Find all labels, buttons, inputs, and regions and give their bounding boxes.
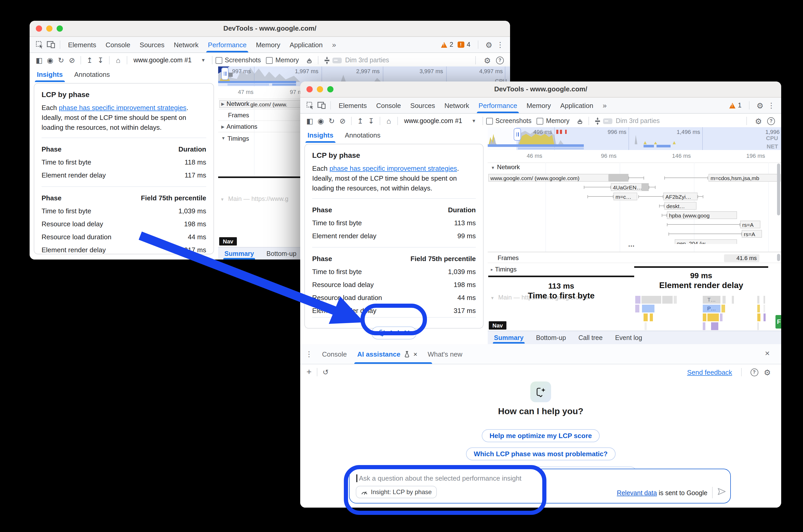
send-feedback-link[interactable]: Send feedback (687, 368, 732, 376)
tab-sources[interactable]: Sources (406, 98, 440, 113)
kebab-menu-icon[interactable]: ⋮ (496, 40, 504, 49)
help-icon[interactable]: ? (767, 117, 775, 125)
tab-bottom-up[interactable]: Bottom-up (267, 248, 296, 259)
ai-question-input[interactable]: Ask a question about the selected perfor… (349, 469, 731, 504)
tab-event-log[interactable]: Event log (615, 332, 642, 343)
dim-3rd-parties-toggle[interactable] (603, 118, 613, 124)
minimap-drag-handle[interactable] (221, 68, 229, 80)
suggestion-chip[interactable]: Help me optimize my LCP score (482, 429, 600, 442)
target-selector[interactable]: www.google.com #1▼ (401, 117, 479, 125)
relevant-data-link[interactable]: Relevant data (617, 490, 657, 497)
clear-icon[interactable]: ⊘ (67, 55, 77, 66)
network-request-bar[interactable]: hpba (www.goog (667, 211, 737, 219)
network-request-bar[interactable]: m=cdos,hsm,jsa,mb (709, 174, 781, 182)
device-toolbar-icon[interactable] (316, 100, 327, 111)
history-icon[interactable]: ↺ (323, 368, 329, 376)
help-icon[interactable]: ? (496, 56, 504, 64)
upload-profile-icon[interactable]: ↥ (84, 55, 95, 66)
zoom-window-button[interactable] (57, 25, 63, 32)
tab-drawer-console[interactable]: Console (317, 350, 352, 358)
download-profile-icon[interactable]: ↧ (95, 55, 106, 66)
tab-network[interactable]: Network (169, 37, 203, 52)
warning-icon[interactable] (441, 42, 447, 48)
network-request-bar[interactable]: AF2bZyi… (663, 193, 697, 200)
tab-insights[interactable]: Insights (308, 128, 333, 142)
frames-scrollbar[interactable] (777, 254, 780, 261)
tab-call-tree[interactable]: Call tree (578, 332, 603, 343)
improvement-strategies-link[interactable]: phase has specific improvement strategie… (330, 165, 457, 172)
tab-ai-assistance[interactable]: AI assistance × (352, 350, 422, 358)
network-request-bar[interactable]: rs=A (742, 230, 762, 238)
target-selector[interactable]: www.google.com #1▼ (130, 57, 209, 64)
tab-application[interactable]: Application (285, 37, 327, 52)
lcp-by-phase-card[interactable]: LCP by phase Each phase has specific imp… (34, 83, 214, 254)
screenshots-checkbox[interactable] (486, 117, 493, 124)
home-icon[interactable]: ⌂ (113, 55, 124, 66)
performance-timeline[interactable]: 496 ms 996 ms 1,496 ms 1,996 CPU NET 46 … (488, 127, 781, 344)
lcp-by-phase-card[interactable]: LCP by phase Each phase has specific imp… (304, 144, 483, 328)
flame-parse-label[interactable]: P… (703, 305, 720, 312)
tab-annotations[interactable]: Annotations (345, 128, 381, 142)
inspect-icon[interactable] (34, 39, 45, 50)
insight-context-chip[interactable]: Insight: LCP by phase (356, 486, 437, 498)
reload-record-icon[interactable]: ↻ (326, 115, 337, 127)
minimize-window-button[interactable] (46, 25, 53, 32)
close-ai-tab-icon[interactable]: × (414, 350, 417, 358)
record-icon[interactable]: ◉ (315, 115, 326, 127)
ask-ai-button[interactable]: Ask AI (371, 326, 417, 339)
tab-performance[interactable]: Performance (203, 37, 251, 52)
network-request-bar[interactable]: www.google.com/ (www.google.com) (488, 174, 609, 182)
download-profile-icon[interactable]: ↧ (366, 115, 377, 127)
improvement-strategies-link[interactable]: phase has specific improvement strategie… (59, 104, 186, 112)
collapse-icon[interactable] (322, 55, 333, 66)
gc-brush-icon[interactable] (304, 55, 315, 66)
tab-network[interactable]: Network (440, 98, 474, 113)
tab-memory[interactable]: Memory (522, 98, 555, 113)
toggle-sidebar-icon[interactable]: ◧ (34, 55, 45, 66)
timeline-minimap[interactable]: 496 ms 996 ms 1,496 ms 1,996 CPU NET (488, 127, 781, 150)
issues-icon[interactable] (457, 41, 464, 48)
more-tabs-button[interactable]: » (598, 98, 612, 113)
flame-task-label[interactable]: T… (703, 296, 720, 304)
network-request-bar[interactable]: gen_204 (w (675, 239, 737, 244)
tab-console[interactable]: Console (371, 98, 405, 113)
more-tabs-button[interactable]: » (328, 37, 341, 52)
close-window-button[interactable] (36, 25, 42, 32)
settings-gear-icon[interactable]: ⚙ (486, 41, 492, 49)
settings-gear-icon[interactable]: ⚙ (756, 101, 764, 109)
issues-count[interactable]: 4 (467, 41, 470, 48)
dim-3rd-parties-toggle[interactable] (333, 57, 342, 63)
home-icon[interactable]: ⌂ (383, 115, 394, 127)
network-request-bar[interactable]: deskt… (664, 202, 696, 210)
minimap-drag-handle[interactable] (514, 128, 521, 141)
memory-checkbox[interactable] (266, 57, 273, 63)
network-scrollbar[interactable] (777, 164, 780, 215)
tab-memory[interactable]: Memory (251, 37, 285, 52)
perf-settings-gear-icon[interactable]: ⚙ (484, 56, 491, 64)
network-overflow-indicator[interactable]: … (628, 240, 635, 248)
warning-icon[interactable] (729, 102, 735, 108)
screenshots-checkbox[interactable] (216, 57, 222, 63)
minimize-window-button[interactable] (317, 86, 323, 92)
drawer-menu-icon[interactable]: ⋮ (305, 350, 313, 358)
warning-count[interactable]: 1 (738, 102, 742, 109)
collapse-icon[interactable] (592, 115, 603, 127)
suggestion-chip[interactable]: Which LCP phase was most problematic? (466, 448, 615, 460)
new-chat-icon[interactable]: + (307, 367, 312, 377)
kebab-menu-icon[interactable]: ⋮ (768, 101, 775, 110)
tab-insights[interactable]: Insights (37, 67, 63, 82)
tab-console[interactable]: Console (101, 37, 135, 52)
memory-checkbox[interactable] (537, 117, 544, 124)
ai-help-icon[interactable]: ? (750, 368, 758, 376)
reload-record-icon[interactable]: ↻ (56, 55, 67, 66)
tab-elements[interactable]: Elements (334, 98, 371, 113)
send-icon[interactable] (717, 487, 726, 497)
toggle-sidebar-icon[interactable]: ◧ (304, 115, 315, 127)
close-drawer-icon[interactable]: × (765, 349, 770, 358)
perf-settings-gear-icon[interactable]: ⚙ (755, 117, 762, 125)
tab-summary[interactable]: Summary (494, 332, 524, 343)
gc-brush-icon[interactable] (575, 115, 586, 127)
close-window-button[interactable] (307, 86, 313, 92)
tab-performance[interactable]: Performance (474, 98, 522, 113)
zoom-window-button[interactable] (327, 86, 333, 92)
